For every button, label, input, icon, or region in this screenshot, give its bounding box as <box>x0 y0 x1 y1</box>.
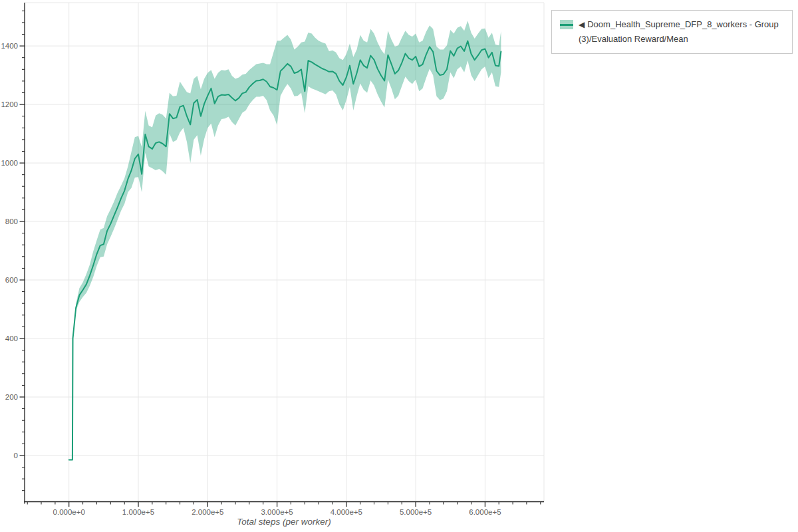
y-tick-label: 1400 <box>1 42 18 50</box>
y-tick-label: 200 <box>5 393 18 401</box>
x-tick-label: 4.000e+5 <box>331 508 362 516</box>
x-tick-label: 1.000e+5 <box>122 508 154 516</box>
y-tick-label: 1200 <box>1 100 18 108</box>
confidence-band <box>69 21 501 460</box>
x-tick-label: 0.000e+0 <box>53 508 85 516</box>
y-tick-label: 400 <box>5 334 18 342</box>
series-line-icon <box>560 24 573 26</box>
page: 0.000e+01.000e+52.000e+53.000e+54.000e+5… <box>0 0 798 532</box>
y-tick-label: 0 <box>14 452 18 460</box>
x-tick-label: 5.000e+5 <box>400 508 432 516</box>
tick-labels: 0.000e+01.000e+52.000e+53.000e+54.000e+5… <box>1 42 501 515</box>
legend-label: Doom_Health_Supreme_DFP_8_workers - Grou… <box>579 19 779 44</box>
y-tick-label: 800 <box>5 217 18 225</box>
y-tick-label: 600 <box>5 276 18 284</box>
legend-entry: ◀Doom_Health_Supreme_DFP_8_workers - Gro… <box>579 17 784 47</box>
x-tick-label: 3.000e+5 <box>261 508 293 516</box>
x-axis-title: Total steps (per worker) <box>237 517 331 527</box>
y-tick-label: 1000 <box>1 159 18 167</box>
x-tick-label: 2.000e+5 <box>192 508 223 516</box>
x-tick-label: 6.000e+5 <box>469 508 501 516</box>
reward-chart: 0.000e+01.000e+52.000e+53.000e+54.000e+5… <box>0 0 798 532</box>
left-triangle-icon: ◀ <box>579 20 585 29</box>
series <box>69 21 501 460</box>
series-swatch-icon[interactable] <box>560 20 573 29</box>
legend[interactable]: ◀Doom_Health_Supreme_DFP_8_workers - Gro… <box>551 10 793 54</box>
